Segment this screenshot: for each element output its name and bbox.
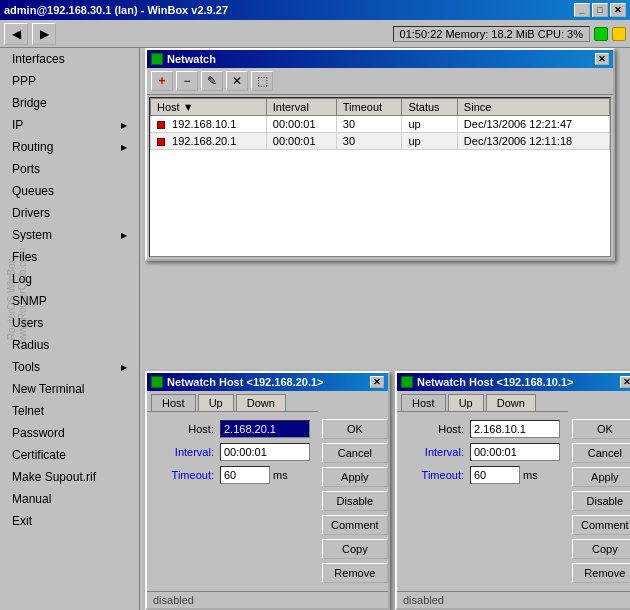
cancel-button-2[interactable]: Cancel bbox=[572, 443, 630, 463]
sidebar-item-ip[interactable]: IP bbox=[0, 114, 139, 136]
sidebar-item-new-terminal[interactable]: New Terminal bbox=[0, 378, 139, 400]
sidebar-item-label: Interfaces bbox=[12, 52, 65, 66]
table-row[interactable]: 192.168.10.1 00:00:01 30 up Dec/13/2006 … bbox=[151, 116, 610, 133]
host-status-dot bbox=[157, 138, 165, 146]
sidebar-item-radius[interactable]: Radius bbox=[0, 334, 139, 356]
remove-button-1[interactable]: Remove bbox=[322, 563, 388, 583]
cell-status: up bbox=[402, 116, 457, 133]
tab-host-2[interactable]: Host bbox=[401, 394, 446, 412]
col-timeout[interactable]: Timeout bbox=[336, 99, 402, 116]
tab-down-1[interactable]: Down bbox=[236, 394, 286, 411]
host-win2-form: Host: Interval: Timeout: ms bbox=[397, 411, 568, 591]
maximize-button[interactable]: □ bbox=[592, 3, 608, 17]
main-layout: Interfaces PPP Bridge IP Routing Ports Q… bbox=[0, 48, 630, 610]
sidebar-item-label: Telnet bbox=[12, 404, 44, 418]
host-win1-title-bar[interactable]: Netwatch Host <192.168.20.1> ✕ bbox=[147, 373, 388, 391]
tab-up-2[interactable]: Up bbox=[448, 394, 484, 411]
interval-field-row: Interval: bbox=[155, 443, 310, 461]
apply-button-1[interactable]: Apply bbox=[322, 467, 388, 487]
tab-down-2[interactable]: Down bbox=[486, 394, 536, 411]
host-win2-tabs: Host Up Down bbox=[397, 391, 630, 411]
sidebar-item-label: Manual bbox=[12, 492, 51, 506]
disable-button-2[interactable]: Disable bbox=[572, 491, 630, 511]
edit-button[interactable]: ✎ bbox=[201, 71, 223, 91]
host-win2-icon bbox=[401, 376, 413, 388]
delete-button[interactable]: − bbox=[176, 71, 198, 91]
comment-button-2[interactable]: Comment bbox=[572, 515, 630, 535]
sidebar-item-bridge[interactable]: Bridge bbox=[0, 92, 139, 114]
netwatch-table-container[interactable]: Host ▼ Interval Timeout Status Since 192… bbox=[149, 97, 611, 257]
interval-field-row-2: Interval: bbox=[405, 443, 560, 461]
timeout-input-2[interactable] bbox=[470, 466, 520, 484]
timeout-input-1[interactable] bbox=[220, 466, 270, 484]
comment-button-1[interactable]: Comment bbox=[322, 515, 388, 535]
host-win2-close-button[interactable]: ✕ bbox=[620, 376, 630, 388]
table-row[interactable]: 192.168.20.1 00:00:01 30 up Dec/13/2006 … bbox=[151, 133, 610, 150]
cell-timeout: 30 bbox=[336, 133, 402, 150]
sidebar-item-label: Exit bbox=[12, 514, 32, 528]
disable-button-1[interactable]: Disable bbox=[322, 491, 388, 511]
host-win2-status: disabled bbox=[397, 591, 630, 608]
sidebar-item-files[interactable]: Files bbox=[0, 246, 139, 268]
sidebar-item-label: Bridge bbox=[12, 96, 47, 110]
interval-input-1[interactable] bbox=[220, 443, 310, 461]
sidebar-item-certificate[interactable]: Certificate bbox=[0, 444, 139, 466]
close-button[interactable]: ✕ bbox=[610, 3, 626, 17]
host-win1-close-button[interactable]: ✕ bbox=[370, 376, 384, 388]
ok-button-1[interactable]: OK bbox=[322, 419, 388, 439]
cell-interval: 00:00:01 bbox=[266, 133, 336, 150]
add-button[interactable]: + bbox=[151, 71, 173, 91]
title-bar-text: admin@192.168.30.1 (lan) - WinBox v2.9.2… bbox=[4, 4, 228, 16]
apply-button-2[interactable]: Apply bbox=[572, 467, 630, 487]
col-since[interactable]: Since bbox=[457, 99, 609, 116]
sidebar-item-system[interactable]: System bbox=[0, 224, 139, 246]
sidebar-item-snmp[interactable]: SNMP bbox=[0, 290, 139, 312]
sidebar-item-queues[interactable]: Queues bbox=[0, 180, 139, 202]
copy-btn[interactable]: ⬚ bbox=[251, 71, 273, 91]
sidebar-item-routing[interactable]: Routing bbox=[0, 136, 139, 158]
cancel-edit-button[interactable]: ✕ bbox=[226, 71, 248, 91]
host-win2-title-bar[interactable]: Netwatch Host <192.168.10.1> ✕ bbox=[397, 373, 630, 391]
interval-input-2[interactable] bbox=[470, 443, 560, 461]
sidebar-item-ports[interactable]: Ports bbox=[0, 158, 139, 180]
sidebar-item-log[interactable]: Log bbox=[0, 268, 139, 290]
forward-button[interactable]: ▶ bbox=[32, 23, 56, 45]
copy-button-2[interactable]: Copy bbox=[572, 539, 630, 559]
tab-host-1[interactable]: Host bbox=[151, 394, 196, 412]
host-label: Host: bbox=[155, 423, 220, 435]
col-host[interactable]: Host ▼ bbox=[151, 99, 267, 116]
sidebar-item-make-supout[interactable]: Make Supout.rif bbox=[0, 466, 139, 488]
copy-button-1[interactable]: Copy bbox=[322, 539, 388, 559]
sidebar-item-users[interactable]: Users bbox=[0, 312, 139, 334]
content-area: Netwatch ✕ + − ✎ ✕ ⬚ Host ▼ Interval Tim bbox=[140, 48, 630, 610]
sidebar-item-label: System bbox=[12, 228, 52, 242]
sidebar-item-tools[interactable]: Tools bbox=[0, 356, 139, 378]
sidebar-item-telnet[interactable]: Telnet bbox=[0, 400, 139, 422]
sidebar-item-exit[interactable]: Exit bbox=[0, 510, 139, 532]
netwatch-close-button[interactable]: ✕ bbox=[595, 53, 609, 65]
back-button[interactable]: ◀ bbox=[4, 23, 28, 45]
ok-button-2[interactable]: OK bbox=[572, 419, 630, 439]
sidebar-item-drivers[interactable]: Drivers bbox=[0, 202, 139, 224]
cell-interval: 00:00:01 bbox=[266, 116, 336, 133]
sidebar-item-password[interactable]: Password bbox=[0, 422, 139, 444]
sidebar-item-interfaces[interactable]: Interfaces bbox=[0, 48, 139, 70]
interval-label-2: Interval: bbox=[405, 446, 470, 458]
cancel-button-1[interactable]: Cancel bbox=[322, 443, 388, 463]
netwatch-title-bar[interactable]: Netwatch ✕ bbox=[147, 50, 613, 68]
sidebar-item-manual[interactable]: Manual bbox=[0, 488, 139, 510]
remove-button-2[interactable]: Remove bbox=[572, 563, 630, 583]
col-interval[interactable]: Interval bbox=[266, 99, 336, 116]
netwatch-title-icon bbox=[151, 53, 163, 65]
cell-since: Dec/13/2006 12:21:47 bbox=[457, 116, 609, 133]
sidebar-item-label: Users bbox=[12, 316, 43, 330]
sidebar-item-label: IP bbox=[12, 118, 23, 132]
tab-up-1[interactable]: Up bbox=[198, 394, 234, 411]
sidebar-item-ppp[interactable]: PPP bbox=[0, 70, 139, 92]
col-status[interactable]: Status bbox=[402, 99, 457, 116]
host-input-1[interactable] bbox=[220, 420, 310, 438]
sidebar-item-label: Password bbox=[12, 426, 65, 440]
host-input-2[interactable] bbox=[470, 420, 560, 438]
minimize-button[interactable]: _ bbox=[574, 3, 590, 17]
sidebar-item-label: Ports bbox=[12, 162, 40, 176]
